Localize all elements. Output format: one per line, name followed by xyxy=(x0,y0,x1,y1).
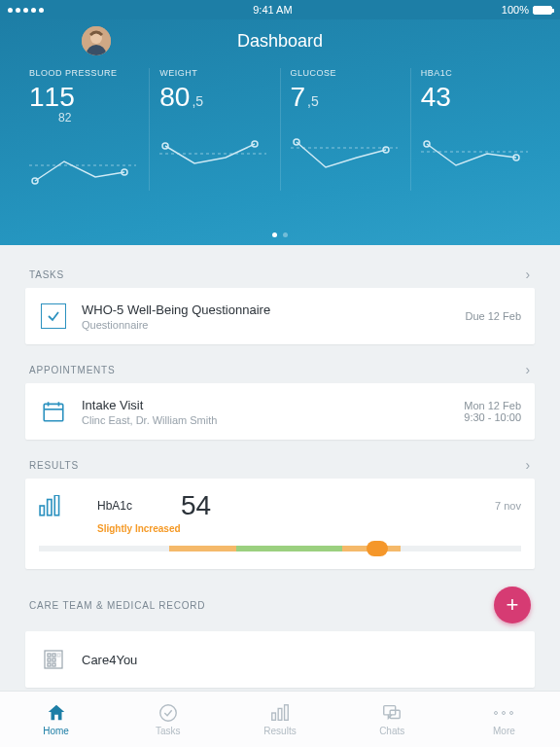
bar-chart-icon xyxy=(269,702,291,724)
result-name: HbA1c xyxy=(97,499,132,513)
chat-icon xyxy=(381,702,402,724)
signal-dots-icon xyxy=(8,8,44,13)
result-date: 7 nov xyxy=(495,500,521,512)
appointment-time: 9:30 - 10:00 xyxy=(464,411,521,423)
tab-more[interactable]: More xyxy=(448,692,560,747)
page-indicator[interactable] xyxy=(272,232,288,237)
org-name: Care4You xyxy=(82,653,521,667)
task-due: Due 12 Feb xyxy=(466,310,521,322)
battery-indicator: 100% xyxy=(502,4,552,16)
range-bar xyxy=(39,546,521,551)
metrics-row[interactable]: BLOOD PRESSURE 115 82 WEIGHT 80,5 GLUCOS… xyxy=(19,68,541,191)
tab-results[interactable]: Results xyxy=(224,692,335,747)
svg-rect-29 xyxy=(52,663,55,666)
tab-bar: Home Tasks Results Chats More xyxy=(0,691,560,747)
svg-rect-20 xyxy=(48,500,52,516)
tab-chats[interactable]: Chats xyxy=(336,692,448,747)
svg-rect-24 xyxy=(52,654,55,657)
section-label: APPOINTMENTS xyxy=(29,365,116,375)
calendar-icon xyxy=(41,399,66,424)
section-care-label: CARE TEAM & MEDICAL RECORD xyxy=(29,600,205,611)
task-subtitle: Questionnaire xyxy=(82,319,466,331)
metric-label: WEIGHT xyxy=(159,68,269,78)
section-tasks-header[interactable]: TASKS › xyxy=(25,255,535,288)
section-label: RESULTS xyxy=(29,460,79,471)
metric-label: GLUCOSE xyxy=(291,68,401,78)
tab-label: More xyxy=(493,726,515,736)
svg-rect-23 xyxy=(48,654,51,657)
svg-point-37 xyxy=(160,705,177,722)
building-icon xyxy=(42,648,65,671)
svg-rect-15 xyxy=(44,404,63,420)
svg-rect-38 xyxy=(272,713,276,720)
bar-chart-icon xyxy=(39,495,64,516)
svg-rect-27 xyxy=(52,658,55,661)
svg-rect-40 xyxy=(285,705,289,721)
metric-blood-pressure[interactable]: BLOOD PRESSURE 115 82 xyxy=(19,68,150,191)
metric-label: BLOOD PRESSURE xyxy=(29,68,139,78)
svg-rect-19 xyxy=(40,506,44,516)
status-time: 9:41 AM xyxy=(253,4,292,16)
add-button[interactable]: + xyxy=(494,587,531,623)
avatar[interactable] xyxy=(82,26,111,55)
sparkline-icon xyxy=(291,124,398,173)
section-results-header[interactable]: RESULTS › xyxy=(25,445,535,479)
battery-icon xyxy=(533,6,552,15)
page-title: Dashboard xyxy=(237,31,323,52)
range-marker-icon xyxy=(367,541,388,556)
sparkline-icon xyxy=(29,138,136,187)
result-value: 54 xyxy=(181,490,211,521)
checkbox-icon xyxy=(41,303,66,329)
result-flag: Slightly Increased xyxy=(97,523,521,534)
appointment-card[interactable]: Intake Visit Clinc East, Dr. William Smi… xyxy=(25,383,535,440)
task-title: WHO-5 Well-Being Questionnaire xyxy=(82,302,466,317)
tab-label: Results xyxy=(263,726,296,736)
chevron-right-icon: › xyxy=(526,457,531,473)
task-card[interactable]: WHO-5 Well-Being Questionnaire Questionn… xyxy=(25,288,535,344)
tab-tasks[interactable]: Tasks xyxy=(112,692,224,747)
appointment-date: Mon 12 Feb xyxy=(464,400,521,411)
status-bar: 9:41 AM 100% xyxy=(0,0,560,19)
dashboard-hero: Dashboard BLOOD PRESSURE 115 82 WEIGHT 8… xyxy=(0,19,560,245)
section-label: TASKS xyxy=(29,269,64,280)
svg-rect-25 xyxy=(57,654,60,657)
result-card[interactable]: HbA1c 54 7 nov Slightly Increased xyxy=(25,479,535,569)
metric-weight[interactable]: WEIGHT 80,5 xyxy=(150,68,280,191)
appointment-subtitle: Clinc East, Dr. William Smith xyxy=(82,414,464,426)
section-appointments-header[interactable]: APPOINTMENTS › xyxy=(25,350,535,383)
battery-percent: 100% xyxy=(502,4,529,16)
tab-label: Home xyxy=(43,726,69,736)
home-icon xyxy=(46,702,67,724)
svg-rect-28 xyxy=(48,663,51,666)
care-org-card[interactable]: Care4You xyxy=(25,631,535,688)
metric-hba1c[interactable]: HBA1C 43 xyxy=(411,68,541,191)
check-circle-icon xyxy=(158,702,179,724)
metric-glucose[interactable]: GLUCOSE 7,5 xyxy=(281,68,411,191)
tab-home[interactable]: Home xyxy=(0,692,112,747)
more-icon xyxy=(494,702,513,724)
sparkline-icon xyxy=(159,124,266,173)
sparkline-icon xyxy=(421,124,528,173)
chevron-right-icon: › xyxy=(526,267,531,282)
svg-rect-26 xyxy=(48,658,51,661)
tab-label: Chats xyxy=(379,726,404,736)
svg-rect-39 xyxy=(278,708,282,720)
tab-label: Tasks xyxy=(156,726,181,736)
svg-rect-21 xyxy=(54,495,58,516)
chevron-right-icon: › xyxy=(526,362,531,377)
metric-label: HBA1C xyxy=(421,68,531,78)
appointment-title: Intake Visit xyxy=(82,398,464,412)
